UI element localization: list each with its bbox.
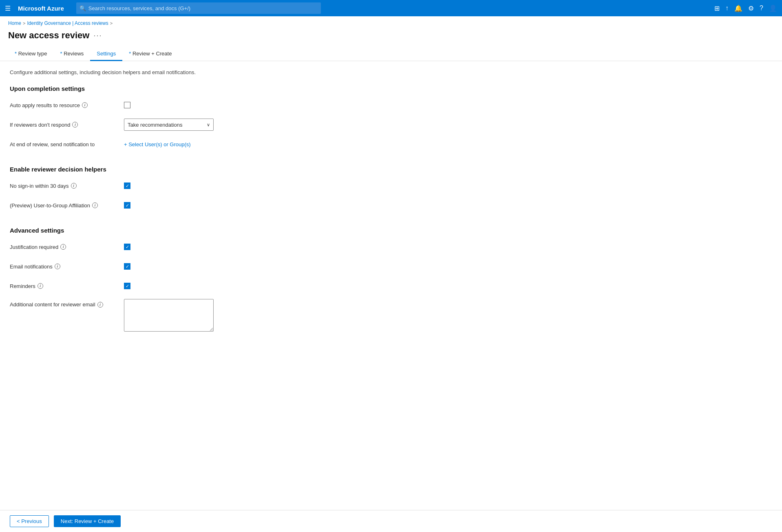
email-notifications-label: Email notifications i [10, 264, 124, 270]
tab-review-create[interactable]: * Review + Create [122, 47, 178, 61]
account-icon[interactable]: 👤 [769, 4, 777, 12]
no-signin-info-icon[interactable]: i [71, 183, 77, 189]
additional-content-info-icon[interactable]: i [97, 302, 103, 308]
email-notifications-control: ✓ [124, 263, 357, 270]
help-icon[interactable]: ? [760, 4, 763, 12]
end-of-review-control: + Select User(s) or Group(s) [124, 141, 357, 147]
next-review-create-button[interactable]: Next: Review + Create [54, 515, 121, 527]
breadcrumb-home[interactable]: Home [8, 20, 21, 26]
user-group-affiliation-checkbox[interactable]: ✓ [124, 202, 130, 209]
select-users-groups-link[interactable]: + Select User(s) or Group(s) [124, 141, 191, 147]
reminders-control: ✓ [124, 283, 357, 289]
justification-label: Justification required i [10, 244, 124, 250]
reviewers-respond-dropdown[interactable]: Take recommendations ∨ [124, 119, 214, 131]
settings-description: Configure additional settings, including… [10, 69, 357, 75]
reviewers-respond-label: If reviewers don't respond i [10, 122, 124, 128]
tab-reviews[interactable]: * Reviews [53, 47, 90, 61]
page-footer: < Previous Next: Review + Create [0, 510, 782, 532]
user-group-affiliation-control: ✓ [124, 202, 357, 209]
email-notifications-info-icon[interactable]: i [55, 264, 60, 269]
additional-content-label: Additional content for reviewer email i [10, 299, 124, 308]
additional-content-row: Additional content for reviewer email i [10, 299, 357, 332]
reminders-row: Reminders i ✓ [10, 279, 357, 292]
no-signin-row: No sign-in within 30 days i ✓ [10, 179, 357, 192]
breadcrumb: Home > Identity Governance | Access revi… [0, 16, 782, 29]
justification-info-icon[interactable]: i [60, 244, 66, 250]
page-title: New access review [8, 30, 89, 41]
no-signin-label: No sign-in within 30 days i [10, 183, 124, 189]
justification-checkbox[interactable]: ✓ [124, 244, 130, 250]
page-wrapper: Home > Identity Governance | Access revi… [0, 16, 782, 532]
breadcrumb-identity-governance[interactable]: Identity Governance | Access reviews [27, 20, 108, 26]
user-group-affiliation-row: (Preview) User-to-Group Affiliation i ✓ [10, 199, 357, 212]
reviewers-respond-control: Take recommendations ∨ [124, 119, 357, 131]
user-group-info-icon[interactable]: i [92, 202, 98, 208]
end-of-review-label: At end of review, send notification to [10, 141, 124, 147]
chevron-down-icon: ∨ [207, 122, 210, 128]
brand-name: Microsoft Azure [18, 5, 64, 12]
reminders-info-icon[interactable]: i [38, 283, 43, 289]
topnav-icons: ⊞ ↑ 🔔 ⚙ ? 👤 [714, 4, 777, 12]
additional-content-textarea[interactable] [124, 299, 214, 332]
end-of-review-row: At end of review, send notification to +… [10, 138, 357, 151]
upon-completion-heading: Upon completion settings [10, 85, 357, 92]
additional-content-control [124, 299, 357, 332]
hamburger-menu-icon[interactable]: ☰ [5, 4, 11, 12]
advanced-settings-heading: Advanced settings [10, 227, 357, 234]
auto-apply-checkbox[interactable] [124, 102, 130, 108]
email-notifications-row: Email notifications i ✓ [10, 260, 357, 273]
portal-icon[interactable]: ⊞ [714, 4, 720, 12]
reminders-label: Reminders i [10, 283, 124, 289]
main-content: Configure additional settings, including… [0, 61, 367, 346]
breadcrumb-sep-2: > [110, 21, 113, 26]
page-title-row: New access review ··· [0, 29, 782, 47]
tab-review-type[interactable]: * Review type [8, 47, 53, 61]
reviewers-respond-info-icon[interactable]: i [72, 122, 78, 128]
notifications-icon[interactable]: 🔔 [734, 4, 742, 12]
feedback-icon[interactable]: ↑ [725, 4, 729, 12]
auto-apply-row: Auto apply results to resource i [10, 99, 357, 112]
page-title-more-icon[interactable]: ··· [93, 31, 102, 40]
justification-control: ✓ [124, 244, 357, 250]
auto-apply-info-icon[interactable]: i [82, 102, 88, 108]
decision-helpers-heading: Enable reviewer decision helpers [10, 166, 357, 173]
no-signin-checkbox[interactable]: ✓ [124, 182, 130, 189]
email-notifications-checkbox[interactable]: ✓ [124, 263, 130, 270]
search-input[interactable] [76, 2, 321, 14]
top-navigation: ☰ Microsoft Azure 🔍 ⊞ ↑ 🔔 ⚙ ? 👤 [0, 0, 782, 16]
previous-button[interactable]: < Previous [10, 515, 49, 527]
reminders-checkbox[interactable]: ✓ [124, 283, 130, 289]
tab-settings[interactable]: Settings [90, 47, 122, 61]
auto-apply-label: Auto apply results to resource i [10, 102, 124, 108]
tabs-bar: * Review type * Reviews Settings * Revie… [0, 47, 782, 61]
no-signin-control: ✓ [124, 182, 357, 189]
search-icon: 🔍 [80, 5, 86, 11]
breadcrumb-sep-1: > [23, 21, 25, 26]
settings-icon[interactable]: ⚙ [748, 4, 754, 12]
search-bar: 🔍 [76, 2, 321, 14]
justification-row: Justification required i ✓ [10, 240, 357, 253]
auto-apply-control [124, 102, 357, 108]
reviewers-respond-row: If reviewers don't respond i Take recomm… [10, 118, 357, 131]
user-group-affiliation-label: (Preview) User-to-Group Affiliation i [10, 202, 124, 209]
